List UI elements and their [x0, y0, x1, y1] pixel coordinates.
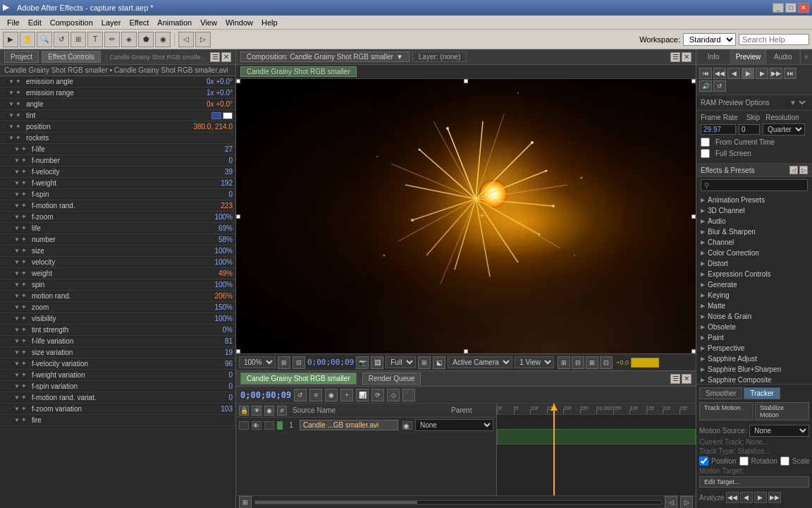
ep-list-item[interactable]: ▶Sapphire Adjust [696, 353, 812, 364]
handle-ml[interactable] [236, 214, 240, 219]
effect-item[interactable]: ▼✦spin100% [0, 279, 235, 291]
prev-fwd-btn[interactable]: ▶▶ [770, 68, 782, 79]
menu-file[interactable]: File [3, 17, 24, 28]
ep-list-item[interactable]: ▶Keying [696, 290, 812, 301]
handle-bm[interactable] [464, 349, 468, 353]
tl-btn-solo[interactable]: ◉ [325, 389, 338, 401]
effect-item[interactable]: ▼✦emission range1x +0.0° [0, 87, 235, 99]
comp-transp-btn[interactable]: ⬕ [433, 356, 445, 369]
handle-tl[interactable] [236, 79, 240, 83]
effect-item[interactable]: ▼✦emission angle0x +0.0° [0, 76, 235, 87]
ep-list-item[interactable]: ▶Paint [696, 332, 812, 343]
menu-composition[interactable]: Composition [46, 17, 97, 28]
comp-panel-menu[interactable]: ☰ [670, 52, 680, 62]
menu-window[interactable]: Window [221, 17, 257, 28]
comp-snapshot-btn[interactable]: 📷 [356, 356, 369, 369]
tool-puppet[interactable]: ◉ [155, 32, 171, 47]
analyze-back-btn[interactable]: ◀◀ [726, 492, 739, 503]
ep-list-item[interactable]: ▶Matte [696, 301, 812, 311]
ep-list-item[interactable]: ▶Color Correction [696, 248, 812, 258]
menu-animation[interactable]: Animation [153, 17, 196, 28]
tl-btn-graph[interactable]: 📊 [356, 389, 369, 401]
resolution-select[interactable]: Quarter [763, 123, 805, 135]
prev-loop-btn[interactable]: ↺ [713, 80, 726, 92]
track-vis-btn[interactable]: 👁 [252, 421, 262, 430]
ep-list-item[interactable]: ▶Obsolete [696, 322, 812, 332]
tl-header-btn1[interactable]: 🔒 [239, 406, 249, 416]
comp-grid-btn[interactable]: ⊟ [293, 356, 305, 369]
effect-item[interactable]: ▼✦f-velocity variation96 [0, 358, 235, 370]
ep-list-item[interactable]: ▶Channel [696, 237, 812, 248]
effect-item[interactable]: ▼✦tint [0, 110, 235, 121]
effect-item[interactable]: ▼✦motion rand.206% [0, 291, 235, 302]
skip-input[interactable] [739, 124, 760, 135]
timeline-timecode[interactable]: 0;00;00;09 [240, 390, 291, 400]
comp-tab-btn[interactable]: Composition: Candle Grainy Shot RGB smal… [240, 52, 410, 62]
tl-btn-loop[interactable]: ↺ [294, 389, 307, 401]
menu-effect[interactable]: Effect [125, 17, 153, 28]
timeline-playhead[interactable] [553, 404, 555, 495]
effect-item[interactable]: ▼✦f-motion rand.223 [0, 200, 235, 212]
ram-options-select[interactable]: ▼ [787, 98, 808, 107]
ram-preview-label[interactable]: RAM Preview Options ▼ [701, 98, 808, 107]
panel-close-btn[interactable]: ✕ [221, 52, 231, 62]
rp-tab-audio[interactable]: Audio [766, 49, 801, 64]
track-name-input[interactable] [300, 420, 398, 430]
effect-item[interactable]: ▼✦position380.0, 214.0 [0, 121, 235, 133]
minimize-button[interactable]: _ [773, 3, 784, 13]
tl-header-btn4[interactable]: # [277, 406, 287, 416]
rotation-checkbox[interactable] [739, 456, 749, 466]
effect-item[interactable]: ▼✦f-life27 [0, 144, 235, 155]
comp-active-tab[interactable]: Candle Grainy Shot RGB smaller [240, 66, 357, 77]
tool-hand[interactable]: ✋ [20, 32, 35, 47]
tab-effect-controls[interactable]: Effect Controls [42, 51, 100, 63]
view-select[interactable]: 1 View [515, 356, 554, 368]
menu-help[interactable]: Help [257, 17, 282, 28]
camera-select[interactable]: Active Camera [448, 356, 512, 368]
rp-expand-btn[interactable]: ≡ [801, 49, 812, 64]
frame-rate-input[interactable] [701, 124, 736, 135]
menu-view[interactable]: View [196, 17, 221, 28]
effect-item[interactable]: ▼✦life69% [0, 223, 235, 234]
menu-layer[interactable]: Layer [97, 17, 125, 28]
effect-item[interactable]: ▼✦f-spin variation0 [0, 381, 235, 392]
handle-br[interactable] [691, 349, 696, 353]
workspace-select[interactable]: Standard [683, 33, 736, 46]
exposure-bar[interactable] [631, 358, 659, 368]
ep-list-item[interactable]: ▶Expression Controls [696, 269, 812, 279]
comp-fit-btn[interactable]: ⊞ [278, 356, 290, 369]
tool-extra1[interactable]: ◁ [178, 32, 194, 47]
effect-item[interactable]: ▼✦f-motion rand. variat.0 [0, 392, 235, 404]
effect-item[interactable]: ▼✦f-spin0 [0, 189, 235, 200]
prev-last-btn[interactable]: ⏭ [784, 68, 796, 79]
effect-item[interactable]: ▼✦f-weight192 [0, 178, 235, 189]
tracker-tab[interactable]: Tracker [744, 387, 780, 399]
ep-list-item[interactable]: ▶Sapphire Blur+Sharpen [696, 364, 812, 375]
effect-item[interactable]: ▼✦f-velocity39 [0, 167, 235, 178]
tool-select[interactable]: ▶ [3, 32, 18, 47]
comp-dropdown-icon[interactable]: ▼ [396, 53, 403, 61]
tab-project[interactable]: Project [4, 51, 39, 63]
tl-header-btn2[interactable]: 👁 [252, 406, 262, 416]
fullscreen-checkbox[interactable] [701, 149, 710, 158]
tool-brush[interactable]: ⬟ [138, 32, 154, 47]
effect-item[interactable]: ▼✦fire [0, 415, 235, 426]
prev-step-back-btn[interactable]: ◀ [727, 68, 740, 79]
ep-expand-btn[interactable]: ▷ [799, 166, 808, 174]
track-motion-btn[interactable]: Track Motion [699, 402, 753, 421]
ep-list-item[interactable]: ▶Noise & Grain [696, 311, 812, 322]
panel-menu-btn[interactable]: ☰ [210, 52, 220, 62]
prev-play-btn[interactable]: ▶ [742, 68, 754, 79]
effect-item[interactable]: ▼✦zoom150% [0, 302, 235, 313]
comp-view-btn1[interactable]: ⊞ [558, 356, 570, 369]
handle-bl[interactable] [236, 349, 240, 353]
tl-nav-btn1[interactable]: ◁ [665, 496, 677, 509]
tab-comp-timeline[interactable]: Candle Grainy Shot RGB smaller [240, 373, 357, 385]
window-controls[interactable]: _ □ ✕ [773, 3, 809, 13]
comp-view-btn2[interactable]: ⊟ [572, 356, 584, 369]
comp-region-btn[interactable]: ⊞ [418, 356, 431, 369]
handle-tr[interactable] [691, 79, 696, 83]
maximize-button[interactable]: □ [785, 3, 796, 13]
effect-item[interactable]: ▼✦number58% [0, 234, 235, 246]
analyze-step-fwd-btn[interactable]: ▶ [754, 492, 767, 503]
